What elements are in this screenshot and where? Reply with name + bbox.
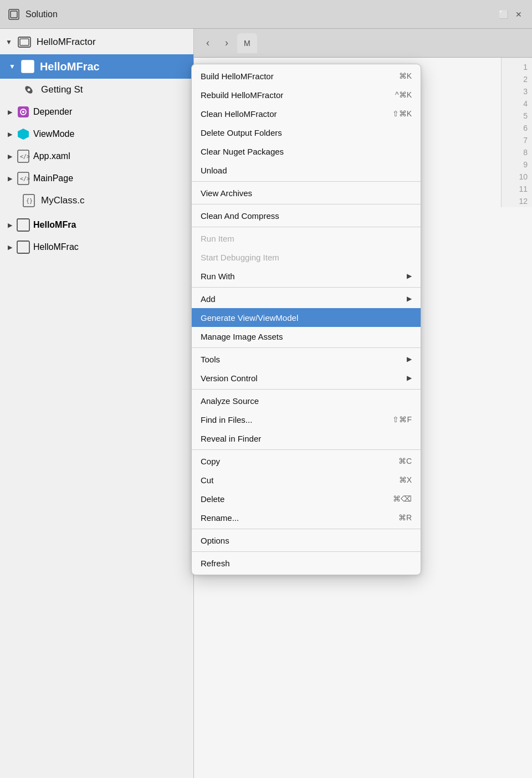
solution-root[interactable]: ▼ HelloMFractor [0, 29, 193, 54]
line-6: 6 [502, 122, 532, 134]
menu-run-item: Run Item [192, 229, 421, 248]
dependencies-icon [16, 104, 31, 120]
myclass-item[interactable]: {} MyClass.c [0, 190, 193, 212]
app-xaml-icon: </> [16, 149, 31, 164]
menu-analyze-source[interactable]: Analyze Source [192, 391, 421, 410]
hello-mfrac-toggle[interactable]: ▶ [8, 244, 12, 251]
svg-rect-17 [17, 241, 29, 253]
getting-started-item[interactable]: Getting St [0, 79, 193, 101]
svg-rect-3 [20, 39, 29, 45]
viewmodels-toggle[interactable]: ▶ [8, 131, 12, 138]
svg-rect-4 [22, 60, 34, 73]
line-2: 2 [502, 73, 532, 85]
menu-copy[interactable]: Copy ⌘C [192, 452, 421, 470]
app-xaml-toggle[interactable]: ▶ [8, 153, 12, 160]
hello-mfrac-icon [16, 239, 31, 255]
menu-delete[interactable]: Delete ⌘⌫ [192, 489, 421, 508]
app-xaml-label: App.xaml [33, 151, 70, 161]
line-12: 12 [502, 195, 532, 207]
mainpage-item[interactable]: ▶ </> MainPage [0, 167, 193, 190]
separator-1 [192, 181, 421, 182]
menu-reveal-in-finder[interactable]: Reveal in Finder [192, 429, 421, 448]
project-label: HelloMFrac [40, 60, 100, 73]
app-xaml-item[interactable]: ▶ </> App.xaml [0, 145, 193, 167]
menu-run-with[interactable]: Run With ▶ [192, 267, 421, 285]
mainpage-label: MainPage [33, 173, 73, 183]
hello-mfra-toggle[interactable]: ▶ [8, 222, 12, 229]
separator-9 [192, 551, 421, 552]
mainpage-icon: </> [16, 171, 31, 186]
menu-unload[interactable]: Unload [192, 161, 421, 180]
myclass-icon: {} [21, 193, 37, 208]
menu-clear-nuget[interactable]: Clear Nuget Packages [192, 142, 421, 161]
tab-m[interactable]: M [237, 33, 257, 53]
line-1: 1 [502, 61, 532, 73]
project-icon [20, 59, 35, 74]
svg-point-9 [22, 111, 24, 113]
svg-text:</>: </> [20, 176, 30, 182]
solution-label: HelloMFractor [37, 37, 96, 48]
nav-back-button[interactable]: ‹ [200, 35, 216, 52]
menu-clean-compress[interactable]: Clean And Compress [192, 206, 421, 225]
hello-mfrac-item[interactable]: ▶ HelloMFrac [0, 236, 193, 258]
myclass-label: MyClass.c [41, 195, 84, 206]
line-9: 9 [502, 158, 532, 171]
menu-clean[interactable]: Clean HelloMFractor ⇧⌘K [192, 104, 421, 123]
line-4: 4 [502, 98, 532, 110]
line-5: 5 [502, 110, 532, 122]
add-arrow: ▶ [407, 295, 412, 303]
separator-5 [192, 347, 421, 348]
menu-options[interactable]: Options [192, 531, 421, 550]
viewmodels-item[interactable]: ▶ ViewMode [0, 123, 193, 145]
menu-cut[interactable]: Cut ⌘X [192, 470, 421, 489]
menu-tools[interactable]: Tools ▶ [192, 350, 421, 368]
menu-rename[interactable]: Rename... ⌘R [192, 508, 421, 527]
hello-mfra-item[interactable]: ▶ HelloMFra [0, 214, 193, 236]
getting-started-label: Getting St [41, 84, 83, 95]
solution-folder-icon [17, 34, 32, 50]
separator-6 [192, 389, 421, 390]
viewmodels-label: ViewMode [33, 129, 74, 139]
rocket-icon [21, 82, 37, 98]
svg-text:{}: {} [26, 198, 33, 204]
project-row-highlighted[interactable]: ▼ HelloMFrac [0, 54, 193, 79]
titlebar-controls: ⬜ ✕ [498, 9, 524, 20]
nav-forward-button[interactable]: › [218, 35, 235, 52]
menu-add[interactable]: Add ▶ [192, 289, 421, 308]
menu-start-debugging: Start Debugging Item [192, 248, 421, 267]
menu-build[interactable]: Build HelloMFractor ⌘K [192, 66, 421, 85]
line-numbers-panel: 1 2 3 4 5 6 7 8 9 10 11 12 [501, 58, 532, 207]
tools-arrow: ▶ [407, 355, 412, 363]
dependencies-label: Depender [33, 107, 72, 117]
menu-delete-output[interactable]: Delete Output Folders [192, 123, 421, 142]
svg-rect-1 [11, 11, 17, 18]
svg-rect-16 [17, 219, 29, 231]
run-with-arrow: ▶ [407, 272, 412, 280]
line-10: 10 [502, 171, 532, 183]
menu-refresh[interactable]: Refresh [192, 554, 421, 572]
separator-8 [192, 529, 421, 529]
viewmodels-icon [16, 126, 31, 142]
menu-generate-viewmodel[interactable]: Generate View/ViewModel [192, 308, 421, 327]
line-7: 7 [502, 134, 532, 146]
restore-button[interactable]: ⬜ [498, 9, 509, 20]
close-button[interactable]: ✕ [513, 9, 524, 20]
menu-find-in-files[interactable]: Find in Files... ⇧⌘F [192, 410, 421, 429]
version-control-arrow: ▶ [407, 374, 412, 382]
menu-view-archives[interactable]: View Archives [192, 183, 421, 202]
project-toggle[interactable]: ▼ [9, 63, 16, 70]
solution-toggle[interactable]: ▼ [6, 38, 12, 46]
menu-version-control[interactable]: Version Control ▶ [192, 368, 421, 387]
separator-2 [192, 204, 421, 204]
dependencies-toggle[interactable]: ▶ [8, 109, 12, 116]
top-nav-bar: ‹ › M [194, 29, 532, 58]
hello-mfra-label: HelloMFra [33, 220, 76, 230]
separator-3 [192, 227, 421, 227]
menu-rebuild[interactable]: Rebuild HelloMFractor ^⌘K [192, 85, 421, 104]
dependencies-item[interactable]: ▶ Depender [0, 101, 193, 123]
mainpage-toggle[interactable]: ▶ [8, 175, 12, 182]
menu-manage-image-assets[interactable]: Manage Image Assets [192, 327, 421, 346]
svg-text:</>: </> [20, 153, 30, 160]
titlebar-title: Solution [25, 9, 58, 19]
line-11: 11 [502, 183, 532, 195]
